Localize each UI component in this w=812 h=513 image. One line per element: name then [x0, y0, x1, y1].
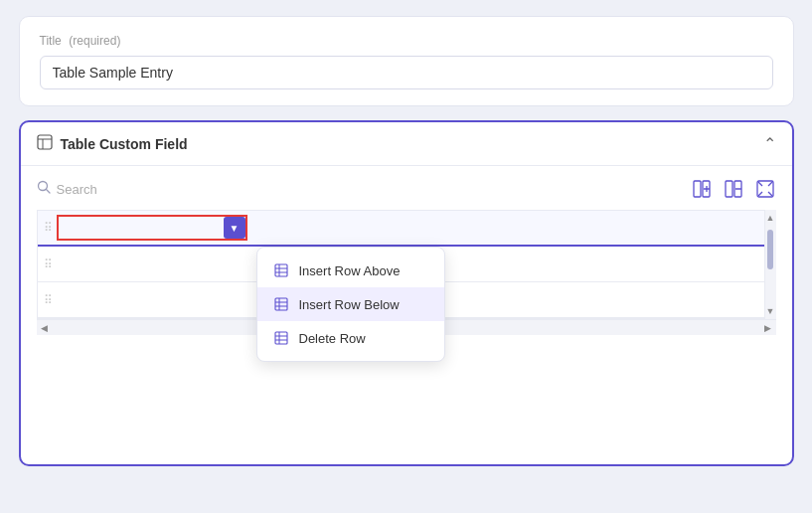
- table-card-title: Table Custom Field: [37, 134, 188, 153]
- scroll-right-arrow[interactable]: ▶: [760, 320, 776, 335]
- table-custom-field-icon: [37, 134, 53, 153]
- scroll-left-arrow[interactable]: ◀: [37, 320, 53, 335]
- delete-row-item[interactable]: Delete Row: [257, 321, 444, 355]
- svg-rect-0: [38, 135, 52, 149]
- insert-row-above-label: Insert Row Above: [299, 263, 401, 278]
- svg-rect-9: [726, 181, 732, 197]
- drag-handle[interactable]: ⠿: [44, 293, 53, 307]
- collapse-button[interactable]: ⌃: [763, 134, 776, 153]
- title-card: Title (required): [19, 16, 794, 106]
- row-3-input[interactable]: [57, 288, 255, 311]
- highlighted-cell[interactable]: ▼: [57, 215, 247, 241]
- toolbar-icons: [691, 178, 776, 200]
- svg-rect-13: [275, 264, 287, 276]
- search-bar: Search: [37, 178, 776, 200]
- vertical-scrollbar[interactable]: ▲ ▼: [764, 210, 776, 319]
- insert-row-below-label: Insert Row Below: [299, 297, 400, 312]
- insert-row-below-item[interactable]: Insert Row Below: [257, 287, 444, 321]
- table-card-header: Table Custom Field ⌃: [21, 122, 792, 166]
- title-input[interactable]: [40, 56, 773, 89]
- context-menu: Insert Row Above Insert Row Below: [256, 247, 445, 362]
- row-1-input[interactable]: [63, 217, 242, 240]
- add-column-icon[interactable]: [691, 178, 713, 200]
- row-2-input[interactable]: [57, 253, 255, 275]
- table-card-title-text: Table Custom Field: [61, 136, 188, 152]
- search-placeholder: Search: [57, 182, 97, 197]
- svg-rect-5: [694, 181, 701, 197]
- table-row: ⠿ ▼: [38, 211, 776, 247]
- table-card: Table Custom Field ⌃ Search: [19, 120, 794, 466]
- title-label: Title (required): [40, 33, 773, 48]
- remove-column-icon[interactable]: [723, 178, 744, 200]
- insert-row-above-icon: [273, 262, 289, 278]
- delete-row-label: Delete Row: [299, 331, 366, 346]
- svg-rect-21: [275, 332, 287, 344]
- row-dropdown-button[interactable]: ▼: [224, 217, 245, 239]
- drag-handle[interactable]: ⠿: [44, 221, 53, 235]
- scroll-up-arrow[interactable]: ▲: [765, 210, 776, 226]
- table-container: ⠿ ▼ ⠿ ⠿: [37, 210, 776, 319]
- expand-icon[interactable]: [754, 178, 776, 200]
- svg-rect-17: [275, 298, 287, 310]
- search-icon: [37, 180, 51, 198]
- insert-row-above-item[interactable]: Insert Row Above: [257, 254, 444, 287]
- scroll-down-arrow[interactable]: ▼: [765, 303, 776, 319]
- table-card-body: Search: [21, 166, 792, 464]
- insert-row-below-icon: [273, 296, 289, 312]
- table-rows-area: ⠿ ▼ ⠿ ⠿: [37, 210, 776, 319]
- scroll-thumb[interactable]: [767, 230, 773, 269]
- drag-handle[interactable]: ⠿: [44, 257, 53, 271]
- delete-row-icon: [273, 330, 289, 346]
- svg-line-4: [46, 190, 50, 194]
